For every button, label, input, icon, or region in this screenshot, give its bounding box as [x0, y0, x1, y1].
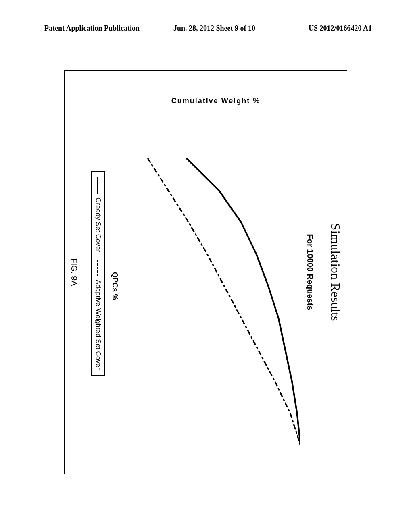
- x-axis-label: QPCs %: [111, 127, 119, 445]
- header-left: Patent Application Publication: [44, 24, 140, 33]
- axis-frame: [131, 127, 300, 445]
- figure-area: Simulation Results For 10000 Requests Cu…: [52, 60, 359, 484]
- series-greedy: [187, 159, 300, 445]
- legend-item-adaptive: Adaptive Weighted Set Cover: [94, 260, 102, 370]
- legend-item-greedy: Greedy Set Cover: [94, 177, 102, 252]
- chart-subtitle: For 10000 Requests: [305, 234, 315, 310]
- legend-swatch-solid-icon: [98, 177, 99, 194]
- legend-label-greedy: Greedy Set Cover: [94, 197, 102, 252]
- legend-swatch-dashed-icon: [98, 260, 99, 276]
- figure-label: FIG. 9A: [69, 258, 79, 286]
- chart-container: Simulation Results For 10000 Requests Cu…: [64, 70, 347, 474]
- legend-label-adaptive: Adaptive Weighted Set Cover: [94, 280, 102, 370]
- y-axis-label: Cumulative Weight %: [171, 97, 261, 105]
- header-right: US 2012/0166420 A1: [309, 24, 372, 33]
- chart-plot: 0102030405060708090100 01020304050607080…: [131, 127, 300, 445]
- simulation-title: Simulation Results: [328, 223, 343, 321]
- header-center: Jun. 28, 2012 Sheet 9 of 10: [173, 24, 255, 33]
- legend: Greedy Set Cover Adaptive Weighted Set C…: [91, 171, 105, 376]
- series-adaptive: [148, 159, 300, 445]
